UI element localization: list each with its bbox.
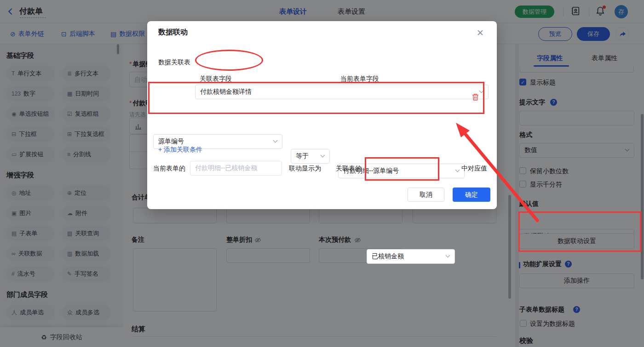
form-designer-app: 付款单 表单设计 表单设置 数据管理 存 ⊘ 表单外链 ⊡ 后端脚本 ▤ 数据权… [0,0,644,347]
relation-table-label: 数据关联表 [158,58,190,67]
relation-table-select[interactable]: 付款核销金额详情 [195,85,489,99]
column-header-current-field: 当前表单字段 [340,75,379,83]
chevron-down-icon [455,168,460,172]
modal-title: 数据联动 [158,28,188,37]
chevron-down-icon [321,153,325,158]
related-field-value: 已核销金额 [372,252,404,261]
condition-operator-value: 等于 [296,152,309,160]
confirm-button[interactable]: 确定 [453,188,490,202]
delete-condition-icon[interactable] [472,93,479,103]
relation-table-value: 付款核销金额详情 [200,88,252,96]
current-form-field-input[interactable]: 付款明细--已核销金额 [190,161,282,176]
current-form-label: 当前表单的 [153,165,185,173]
close-icon[interactable]: ✕ [477,28,484,38]
chevron-down-icon [273,138,278,143]
condition-field-value: 源单编号 [158,137,184,146]
related-field-select[interactable]: 已核销金额 [367,249,455,264]
data-linkage-modal [147,21,497,209]
link-display-label: 联动显示为 [289,165,321,173]
chevron-down-icon [446,253,450,258]
chevron-down-icon [479,89,484,93]
add-condition-link[interactable]: + 添加关联条件 [158,146,202,154]
related-table-label: 关联表的 [336,165,362,173]
suffix-label: 中对应值 [461,165,487,173]
cancel-button[interactable]: 取消 [408,188,444,202]
column-header-related-field: 关联表字段 [200,75,232,83]
condition-operator-select[interactable]: 等于 [291,149,330,164]
